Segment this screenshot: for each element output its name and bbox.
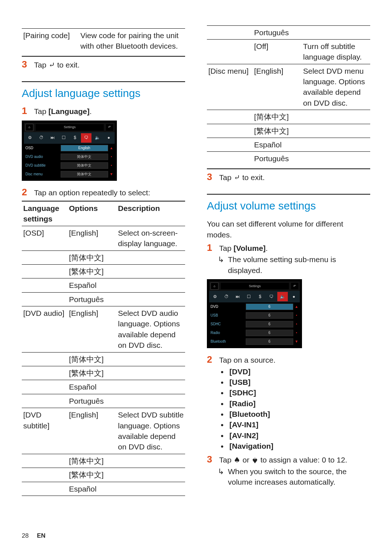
step-exit-1: 3 Tap ⤶ to exit.: [22, 60, 185, 70]
col-option: Options: [68, 201, 117, 226]
back-icon: ↶: [291, 283, 298, 289]
back-icon: ⤶: [49, 61, 55, 69]
ss-icon-time: ⏱: [36, 133, 46, 143]
vol-step-3: 3 Tap ♠ or ♠ to assign a value: 0 to 12.…: [207, 455, 370, 488]
ss-icon-time: ⏱: [221, 292, 232, 301]
vol-source-list: [DVD][USB][SDHC][Radio][Bluetooth][AV-IN…: [207, 366, 370, 452]
ss-icon-dvd-setting: ●: [103, 133, 114, 143]
language-settings-screenshot: ⌂ Settings ↶ ⚙⏱⏭☐$🗨🔈● OSDEnglish▲DVD aud…: [22, 121, 117, 181]
step-number: 3: [207, 455, 217, 464]
col-setting: Language settings: [22, 201, 68, 226]
vol-step-3-sub: When you switch to the source, the volum…: [207, 466, 370, 488]
source-item: [Radio]: [228, 398, 370, 409]
pairing-code-table: [Pairing code] View code for pairing the…: [22, 28, 185, 53]
source-item: [USB]: [228, 377, 370, 387]
page-number: 28: [22, 532, 29, 539]
ss-icon-general: ⚙: [25, 133, 35, 143]
source-item: [Navigation]: [228, 441, 370, 451]
ss-row: Bluetooth6▼: [209, 337, 300, 346]
pairing-setting: [Pairing code]: [22, 29, 79, 53]
ss-icon-video: ☐: [244, 292, 254, 301]
step-number: 3: [22, 60, 32, 69]
step-exit-2: 3 Tap ⤶ to exit.: [207, 172, 370, 183]
vol-step-1: 1 Tap [Volume]. The volume setting sub-m…: [207, 243, 370, 276]
ss-row: DVD6▲: [209, 302, 300, 311]
ss-icon-general: ⚙: [210, 292, 220, 301]
ss-icon-sound: ⏭: [47, 133, 58, 143]
step-number: 3: [207, 172, 217, 182]
source-item: [Bluetooth]: [228, 409, 370, 419]
ss-row: Disc menu简体中文▼: [24, 170, 115, 179]
section-title-volume: Adjust volume settings: [207, 194, 370, 213]
lang-step-1: 1 Tap [Language].: [22, 106, 185, 117]
spade-up-icon: ♠: [234, 456, 241, 464]
back-icon: ↶: [106, 124, 113, 131]
ss-row: DVD subtitle简体中文•: [24, 161, 115, 170]
ss-icon-bluetooth: $: [255, 292, 265, 301]
section-title-language: Adjust language settings: [22, 81, 185, 101]
source-item: [AV-IN2]: [228, 430, 370, 441]
ss-icon-sound: ⏭: [232, 292, 243, 301]
lang-step-2: 2 Tap an option repeatedly to select:: [22, 187, 185, 198]
step-number: 2: [22, 187, 32, 197]
ss-icon-bluetooth: $: [70, 133, 80, 143]
volume-intro: You can set different volume for differe…: [207, 219, 370, 240]
ss-row: USB6•: [209, 311, 300, 320]
ss-icon-volume: 🔈: [92, 133, 103, 143]
source-item: [DVD]: [228, 366, 370, 377]
back-icon: ⤶: [234, 173, 240, 182]
ss-row: SDHC6•: [209, 320, 300, 329]
page-footer: 28 EN: [22, 531, 45, 540]
home-icon: ⌂: [25, 124, 33, 131]
step-number: 1: [22, 106, 32, 115]
volume-settings-screenshot: ⌂ Settings ↶ ⚙⏱⏭☐$🗨🔈● DVD6▲USB6•SDHC6•Ra…: [207, 279, 302, 348]
vol-step-2: 2 Tap on a source. [DVD][USB][SDHC][Radi…: [207, 355, 370, 452]
ss-row: OSDEnglish▲: [24, 144, 115, 152]
ss-icon-video: ☐: [58, 133, 69, 143]
page-lang: EN: [37, 532, 46, 539]
ss-row: Radio6•: [209, 329, 300, 337]
spade-down-icon: ♠: [252, 455, 258, 465]
step-number: 1: [207, 243, 217, 252]
pairing-desc: View code for pairing the unit with othe…: [79, 29, 185, 53]
vol-step-1-sub: The volume setting sub-menu is displayed…: [207, 254, 370, 276]
step-number: 2: [207, 355, 217, 364]
home-icon: ⌂: [211, 282, 219, 290]
ss-icon-dvd-setting: ●: [289, 292, 299, 301]
ss-row: DVD audio简体中文•: [24, 152, 115, 161]
ss-icon-volume: 🔈: [277, 292, 288, 301]
source-item: [AV-IN1]: [228, 419, 370, 430]
col-desc: Description: [117, 201, 185, 226]
ss-icon-language: 🗨: [266, 292, 277, 301]
source-item: [SDHC]: [228, 387, 370, 398]
ss-icon-language: 🗨: [81, 133, 91, 143]
